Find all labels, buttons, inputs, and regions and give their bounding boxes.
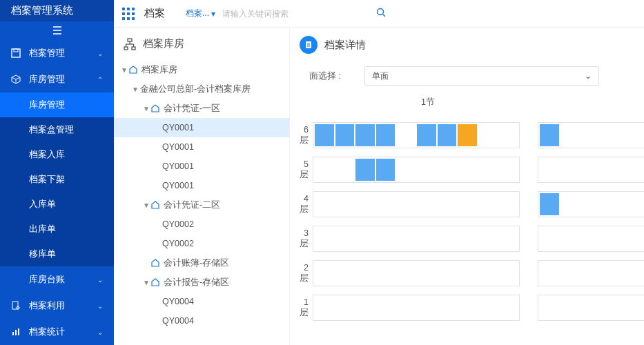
sidebar-collapse-button[interactable] xyxy=(0,21,114,40)
shelf-cell[interactable] xyxy=(458,262,477,284)
shelf-cell[interactable] xyxy=(438,297,457,319)
shelf-cell[interactable] xyxy=(315,159,334,181)
shelf-cell[interactable] xyxy=(396,124,416,146)
shelf-cell[interactable] xyxy=(580,297,600,319)
shelf-cell[interactable] xyxy=(601,124,621,146)
shelf-cell[interactable] xyxy=(478,297,498,319)
shelf-cell[interactable] xyxy=(601,297,621,319)
shelf-cell[interactable] xyxy=(601,262,621,284)
shelf-cell[interactable] xyxy=(355,262,375,284)
tree-node[interactable]: ▼档案库房 xyxy=(114,60,289,79)
shelf-cell[interactable] xyxy=(376,297,396,319)
shelf-cell[interactable] xyxy=(417,124,436,146)
tree-node[interactable]: ▼会计凭证-一区 xyxy=(114,99,289,118)
submenu-item-box-mgmt[interactable]: 档案盒管理 xyxy=(0,117,114,142)
shelf-cell[interactable] xyxy=(396,262,416,284)
sidebar-item-utilize[interactable]: 档案利用 ⌄ xyxy=(0,293,114,319)
shelf-cell[interactable] xyxy=(335,193,355,215)
shelf-cell[interactable] xyxy=(560,297,580,319)
tree-node[interactable]: ▼金融公司总部-会计档案库房 xyxy=(114,79,289,99)
tree-node[interactable]: ▼会计报告-存储区 xyxy=(114,273,289,292)
shelf-cell[interactable] xyxy=(560,159,580,181)
shelf-cell[interactable] xyxy=(335,159,355,181)
shelf-cell[interactable] xyxy=(335,262,355,284)
shelf-cell[interactable] xyxy=(560,193,580,215)
shelf-cell[interactable] xyxy=(438,193,457,215)
shelf-cell[interactable] xyxy=(540,262,559,284)
shelf-cell[interactable] xyxy=(621,297,641,319)
shelf-cell[interactable] xyxy=(376,228,396,250)
shelf-cell[interactable] xyxy=(621,228,641,250)
submenu-item-warehouse-mgmt[interactable]: 库房管理 xyxy=(0,92,114,117)
shelf-cell[interactable] xyxy=(498,297,518,319)
apps-grid-icon[interactable] xyxy=(122,8,135,20)
shelf-cell[interactable] xyxy=(355,228,375,250)
shelf-cell[interactable] xyxy=(621,124,641,146)
submenu-item-inbound-order[interactable]: 入库单 xyxy=(0,192,114,217)
shelf-cell[interactable] xyxy=(315,193,334,215)
sidebar-item-archive-mgmt[interactable]: 档案管理 ⌄ xyxy=(0,40,114,66)
shelf-cell[interactable] xyxy=(335,124,355,146)
shelf-cell[interactable] xyxy=(580,262,600,284)
shelf-cell[interactable] xyxy=(540,159,559,181)
shelf-cell[interactable] xyxy=(438,262,457,284)
tree-node[interactable]: QY0002 xyxy=(114,215,289,234)
shelf-cell[interactable] xyxy=(315,262,334,284)
shelf-cell[interactable] xyxy=(580,159,600,181)
shelf-cell[interactable] xyxy=(458,297,477,319)
shelf-cell[interactable] xyxy=(315,124,334,146)
shelf-cell[interactable] xyxy=(335,297,355,319)
sidebar-item-stats[interactable]: 档案统计 ⌄ xyxy=(0,319,114,345)
shelf-cell[interactable] xyxy=(601,159,621,181)
shelf-cell[interactable] xyxy=(396,159,416,181)
shelf-cell[interactable] xyxy=(355,159,375,181)
submenu-item-inbound[interactable]: 档案入库 xyxy=(0,142,114,167)
shelf-cell[interactable] xyxy=(498,193,518,215)
shelf-cell[interactable] xyxy=(540,193,559,215)
shelf-cell[interactable] xyxy=(540,124,559,146)
shelf-cell[interactable] xyxy=(621,262,641,284)
shelf-cell[interactable] xyxy=(478,228,498,250)
shelf-cell[interactable] xyxy=(438,228,457,250)
search-button[interactable] xyxy=(373,5,389,22)
shelf-cell[interactable] xyxy=(560,228,580,250)
tree-node[interactable]: QY0001 xyxy=(114,157,289,176)
search-input[interactable] xyxy=(219,5,373,23)
tree-node[interactable]: 会计账簿-存储区 xyxy=(114,253,289,273)
tree-node[interactable]: QY0001 xyxy=(114,176,289,195)
shelf-cell[interactable] xyxy=(580,193,600,215)
search-scope-select[interactable]: 档案...▾ xyxy=(182,5,219,22)
shelf-cell[interactable] xyxy=(376,262,396,284)
shelf-cell[interactable] xyxy=(417,228,436,250)
shelf-cell[interactable] xyxy=(560,262,580,284)
tree-node[interactable]: QY0002 xyxy=(114,234,289,253)
shelf-cell[interactable] xyxy=(355,297,375,319)
shelf-cell[interactable] xyxy=(417,262,436,284)
shelf-cell[interactable] xyxy=(376,124,396,146)
shelf-cell[interactable] xyxy=(478,124,498,146)
tree-node[interactable]: QY0004 xyxy=(114,311,289,331)
shelf-cell[interactable] xyxy=(355,124,375,146)
shelf-cell[interactable] xyxy=(417,159,436,181)
shelf-cell[interactable] xyxy=(315,228,334,250)
shelf-cell[interactable] xyxy=(498,159,518,181)
shelf-cell[interactable] xyxy=(376,159,396,181)
shelf-cell[interactable] xyxy=(417,297,436,319)
shelf-cell[interactable] xyxy=(458,193,477,215)
shelf-cell[interactable] xyxy=(396,297,416,319)
submenu-item-move-order[interactable]: 移库单 xyxy=(0,241,114,266)
shelf-cell[interactable] xyxy=(540,297,559,319)
shelf-cell[interactable] xyxy=(498,124,518,146)
tree-node[interactable]: QY0001 xyxy=(114,137,289,157)
shelf-cell[interactable] xyxy=(498,228,518,250)
shelf-cell[interactable] xyxy=(601,228,621,250)
shelf-cell[interactable] xyxy=(601,193,621,215)
submenu-item-outbound-order[interactable]: 出库单 xyxy=(0,217,114,241)
shelf-cell[interactable] xyxy=(621,159,641,181)
shelf-cell[interactable] xyxy=(376,193,396,215)
shelf-cell[interactable] xyxy=(478,159,498,181)
shelf-cell[interactable] xyxy=(498,262,518,284)
shelf-cell[interactable] xyxy=(396,193,416,215)
shelf-cell[interactable] xyxy=(458,124,477,146)
tree-node[interactable]: ▼会计凭证-二区 xyxy=(114,195,289,215)
